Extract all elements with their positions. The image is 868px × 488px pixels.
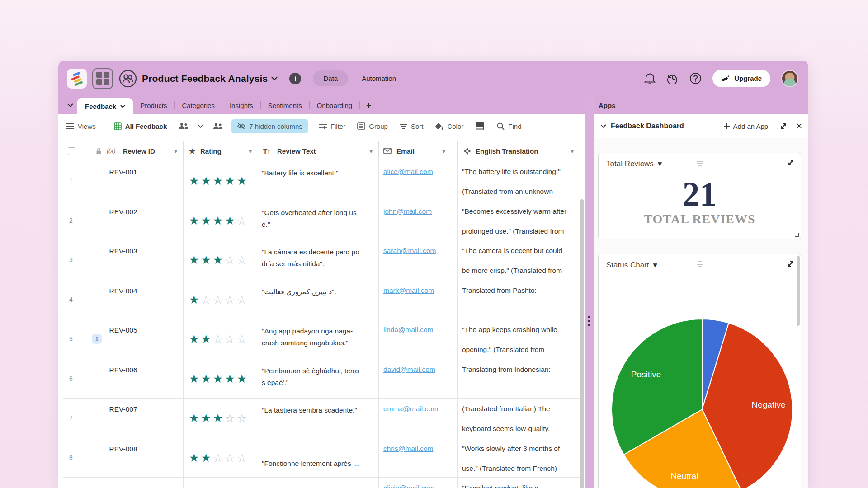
table-row[interactable]: 1REV-001 ★★★★★ "Battery life is excellen… xyxy=(63,161,580,201)
add-an-app-button[interactable]: Add an App xyxy=(724,122,769,130)
card-expand-icon[interactable] xyxy=(787,260,794,267)
email-link[interactable]: chris@mail.com xyxy=(383,445,433,453)
workspace-members-icon[interactable] xyxy=(118,69,137,88)
email-link[interactable]: linda@mail.com xyxy=(383,326,434,334)
table-row[interactable]: 51REV-005 ★★☆☆☆ "Ang app padayon nga nag… xyxy=(63,319,580,359)
column-caret-icon[interactable]: ▼ xyxy=(442,148,446,154)
tab-data[interactable]: Data xyxy=(313,70,348,86)
tab-feedback-label: Feedback xyxy=(85,103,116,110)
title-chevron-down-icon[interactable] xyxy=(271,76,278,80)
column-header-english-translation[interactable]: English Translation ▼ xyxy=(458,141,580,161)
table-row[interactable]: 6REV-006 ★★★★★ "Pembaruan sè èghâdhui, t… xyxy=(63,359,580,399)
rating-stars[interactable]: ★★☆☆☆ xyxy=(189,333,249,346)
rating-stars[interactable]: ★★☆☆☆ xyxy=(189,451,249,464)
group-list-icon xyxy=(357,122,365,130)
pie-label-neutral: Neutral xyxy=(670,471,698,481)
help-icon[interactable] xyxy=(689,72,702,84)
history-icon[interactable] xyxy=(666,72,679,84)
card-resize-handle[interactable] xyxy=(795,233,799,237)
status-chart-card-menu[interactable]: Status Chart ▼ xyxy=(606,261,657,270)
translation-cell: "The battery life is outstanding!" xyxy=(462,168,578,176)
filter-button[interactable]: Filter xyxy=(319,122,345,130)
close-panel-icon[interactable]: × xyxy=(796,122,802,130)
email-link[interactable]: alice@mail.com xyxy=(383,168,433,176)
group-button[interactable]: Group xyxy=(357,122,388,130)
translation-cell: (Translated from Italian) The xyxy=(462,405,578,413)
expand-panel-icon[interactable] xyxy=(780,122,787,130)
table-vertical-scrollbar[interactable] xyxy=(580,199,584,488)
column-caret-icon[interactable]: ▼ xyxy=(571,148,574,154)
table-row[interactable]: 4REV-004 ★☆☆☆☆ "د بيټرۍ کمزوری فعالیت". … xyxy=(63,280,580,320)
tab-feedback[interactable]: Feedback xyxy=(77,98,133,114)
review-text-cell: "Fonctionne lentement après ... xyxy=(262,458,376,469)
column-caret-icon[interactable]: ▼ xyxy=(369,148,373,154)
card-settings-icon[interactable] xyxy=(697,261,703,267)
tab-automation[interactable]: Automation xyxy=(362,75,396,82)
table-row[interactable]: 7REV-007 ★★★☆☆ "La tastiera sembra scade… xyxy=(63,399,580,438)
dashboard-chevron-down-icon[interactable] xyxy=(600,124,606,128)
info-icon[interactable]: i xyxy=(289,73,301,84)
collapse-tabs-icon[interactable] xyxy=(63,96,77,114)
table-row[interactable]: 8REV-008 ★★☆☆☆ "Fonctionne lentement apr… xyxy=(63,438,580,478)
share-users-icon[interactable] xyxy=(213,123,222,130)
dashboard-title: Feedback Dashboard xyxy=(611,122,684,130)
notifications-bell-icon[interactable] xyxy=(644,72,656,84)
panel-resize-divider[interactable] xyxy=(585,96,594,488)
card-expand-icon[interactable] xyxy=(787,159,794,166)
hidden-columns-button[interactable]: 7 hidden columns xyxy=(231,119,308,133)
email-link[interactable]: john@mail.com xyxy=(383,207,432,216)
email-link[interactable]: sarah@mail.com xyxy=(383,247,436,255)
current-view[interactable]: All Feedback xyxy=(114,122,167,130)
column-header-review-text[interactable]: TT Review Text ▼ xyxy=(258,141,379,161)
drag-handle-icon[interactable] xyxy=(588,316,590,326)
views-button[interactable]: Views xyxy=(66,122,96,130)
column-header-rating[interactable]: ★ Rating ▼ xyxy=(184,141,258,161)
comment-count-badge[interactable]: 1 xyxy=(92,334,102,344)
review-id-header-label: Review ID xyxy=(123,147,155,155)
add-sheet-button[interactable]: + xyxy=(360,96,377,114)
collaborators-icon[interactable] xyxy=(179,122,189,130)
column-caret-icon[interactable]: ▼ xyxy=(249,148,252,154)
rating-stars[interactable]: ★★★★★ xyxy=(189,372,249,385)
view-chevron-down-icon[interactable] xyxy=(198,124,203,128)
column-caret-icon[interactable]: ▼ xyxy=(174,148,178,154)
tab-chevron-down-icon xyxy=(120,105,125,108)
grid-view-icon xyxy=(114,122,122,130)
rating-stars[interactable]: ★★★☆☆ xyxy=(189,412,249,425)
panel-scrollbar[interactable] xyxy=(797,256,800,326)
find-button[interactable]: Find xyxy=(497,122,521,130)
tab-insights[interactable]: Insights xyxy=(222,96,260,114)
email-link[interactable]: david@mail.com xyxy=(383,366,435,374)
table-row[interactable]: 3REV-003 ★★★☆☆ "La cámara es decente per… xyxy=(63,240,580,280)
select-all-checkbox[interactable] xyxy=(68,147,75,155)
email-link[interactable]: olivia@mail.com xyxy=(383,484,434,488)
color-button[interactable]: Color xyxy=(435,122,463,130)
tab-categories[interactable]: Categories xyxy=(175,96,222,114)
column-header-review-id[interactable]: f(x) Review ID ▼ xyxy=(63,141,184,161)
row-number: 8 xyxy=(69,454,73,461)
upgrade-button[interactable]: Upgrade xyxy=(712,70,770,87)
tab-sentiments[interactable]: Sentiments xyxy=(261,96,309,114)
total-reviews-card-title: Total Reviews xyxy=(606,160,654,169)
rating-stars[interactable]: ★★★★★ xyxy=(189,174,249,188)
rating-stars[interactable]: ★★★☆☆ xyxy=(189,253,249,267)
stackby-logo[interactable] xyxy=(67,69,87,89)
user-avatar[interactable] xyxy=(781,70,798,87)
translation-cell: "The camera is decent but could xyxy=(462,247,578,255)
dashboard-bar: Feedback Dashboard Add an App × xyxy=(594,114,808,138)
all-bases-button[interactable] xyxy=(92,68,113,89)
table-row[interactable]: 9 olivia@mail.com "Excellent product, li… xyxy=(63,478,580,488)
tab-onboarding[interactable]: Onboarding xyxy=(310,96,359,114)
sort-button[interactable]: Sort xyxy=(400,122,424,130)
email-link[interactable]: emma@mail.com xyxy=(383,405,438,413)
table-row[interactable]: 2REV-002 ★★★★☆ "Gets overheated after lo… xyxy=(63,201,580,241)
row-height-icon[interactable] xyxy=(475,122,484,131)
card-settings-icon[interactable] xyxy=(697,160,703,166)
email-link[interactable]: mark@mail.com xyxy=(383,286,434,295)
rating-stars[interactable]: ★★★★☆ xyxy=(189,214,249,227)
rating-stars[interactable]: ★☆☆☆☆ xyxy=(189,293,249,306)
column-header-email[interactable]: Email ▼ xyxy=(379,141,458,161)
total-reviews-card-menu[interactable]: Total Reviews ▼ xyxy=(606,160,662,169)
envelope-icon xyxy=(383,148,392,154)
tab-products[interactable]: Products xyxy=(133,96,174,114)
